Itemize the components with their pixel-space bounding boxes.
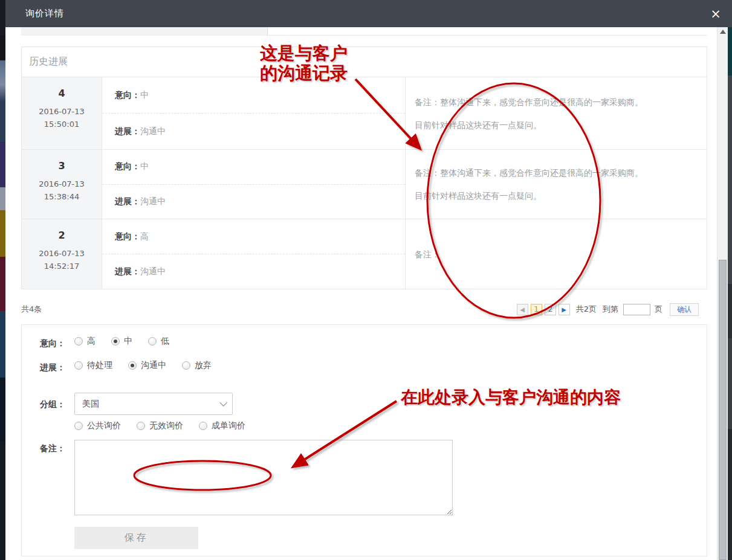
history-section: 历史进展 4 2016-07-13 15:50:01 意向： 中 进展： 沟通中… (21, 47, 707, 289)
radio-icon (128, 361, 137, 370)
radio-icon (74, 422, 83, 430)
category-radio-group: 公共询价 无效询价 成单询价 (74, 420, 261, 431)
pager-controls: ◀ 1 2 ▶ 共2页 到第 页 确认 (514, 303, 699, 316)
radio-label: 沟通中 (141, 360, 166, 371)
progress-radio-group: 待处理 沟通中 放弃 (74, 360, 227, 371)
remark-textarea[interactable] (74, 440, 453, 515)
background-right-strip (728, 0, 732, 560)
pagination-bar: 共4条 ◀ 1 2 ▶ 共2页 到第 页 确认 (21, 303, 707, 316)
history-row-index-cell: 3 2016-07-13 15:38:44 (22, 150, 102, 219)
remark-field-label: 备注： (40, 443, 76, 454)
scrollbar-thumb[interactable] (719, 260, 727, 560)
history-row: 3 2016-07-13 15:38:44 意向： 中 进展： 沟通中 备注：整… (22, 150, 707, 219)
group-select[interactable]: 美国 (74, 393, 233, 415)
history-row: 2 2016-07-13 14:52:17 意向： 高 进展： 沟通中 备注： (22, 219, 707, 289)
history-row-status-cell: 意向： 中 进展： 沟通中 (102, 77, 406, 149)
update-progress-form: 意向： 高 中 低 进展： 待处理 沟通中 (21, 324, 707, 556)
history-row-time: 14:52:17 (22, 262, 102, 271)
goto-page-input[interactable] (623, 304, 650, 315)
progress-field-label: 进展： (40, 362, 76, 373)
radio-icon (74, 337, 83, 346)
radio-progress-pending[interactable]: 待处理 (74, 360, 112, 371)
radio-label: 无效询价 (149, 420, 183, 431)
close-icon[interactable]: × (708, 6, 724, 22)
history-row-status-cell: 意向： 中 进展： 沟通中 (102, 150, 406, 219)
progress-label: 进展： (115, 126, 140, 137)
radio-intent-high[interactable]: 高 (74, 336, 96, 347)
intent-label: 意向： (115, 231, 140, 242)
page-button-2[interactable]: 2 (545, 304, 556, 315)
history-row-date: 2016-07-13 (22, 249, 102, 258)
remark-line: 备注： (415, 243, 707, 266)
history-row: 4 2016-07-13 15:50:01 意向： 中 进展： 沟通中 备注：整… (22, 77, 707, 150)
background-left-strip (0, 0, 5, 560)
history-row-status-cell: 意向： 高 进展： 沟通中 (102, 219, 406, 289)
scrolled-table-remnant-cell (21, 27, 268, 36)
group-select-value: 美国 (82, 399, 99, 410)
group-field-label: 分组： (40, 399, 76, 410)
intent-label: 意向： (115, 90, 140, 101)
radio-label: 高 (87, 336, 96, 347)
intent-value: 中 (140, 161, 149, 172)
goto-page-label: 到第 (603, 304, 618, 315)
history-row-remark-cell: 备注： (406, 219, 707, 289)
progress-label: 进展： (115, 196, 140, 207)
modal-titlebar: 询价详情 (5, 0, 728, 27)
remark-line: 备注：整体沟通下来，感觉合作意向还是很高的一家采购商。 (415, 91, 707, 114)
history-section-header: 历史进展 (22, 47, 707, 77)
radio-label: 中 (124, 336, 132, 347)
next-page-icon[interactable]: ▶ (559, 304, 570, 315)
radio-category-invalid[interactable]: 无效询价 (137, 420, 183, 431)
radio-intent-mid[interactable]: 中 (111, 336, 132, 347)
intent-field-label: 意向： (40, 338, 76, 349)
radio-category-public[interactable]: 公共询价 (74, 420, 121, 431)
intent-label: 意向： (115, 161, 140, 172)
page-button-1[interactable]: 1 (531, 304, 542, 315)
page-suffix-label: 页 (655, 304, 662, 315)
scroll-up-icon[interactable] (720, 30, 726, 34)
radio-icon (137, 422, 145, 430)
radio-label: 公共询价 (87, 420, 121, 431)
radio-progress-communicating[interactable]: 沟通中 (128, 360, 166, 371)
history-row-index-cell: 4 2016-07-13 15:50:01 (22, 77, 102, 149)
radio-label: 放弃 (195, 360, 212, 371)
progress-value: 沟通中 (140, 196, 166, 207)
progress-value: 沟通中 (140, 266, 166, 277)
history-row-remark-cell: 备注：整体沟通下来，感觉合作意向还是很高的一家采购商。 目前针对样品这块还有一点… (406, 77, 707, 149)
remark-line: 目前针对样品这块还有一点疑问。 (415, 184, 707, 207)
radio-icon (74, 361, 83, 370)
radio-icon (148, 337, 157, 346)
history-row-index-cell: 2 2016-07-13 14:52:17 (22, 219, 102, 289)
confirm-page-button[interactable]: 确认 (670, 303, 699, 316)
history-row-seq: 2 (22, 230, 102, 241)
history-section-title: 历史进展 (29, 56, 68, 68)
history-row-seq: 4 (22, 88, 102, 99)
remark-line: 目前针对样品这块还有一点疑问。 (415, 114, 707, 137)
history-row-date: 2016-07-13 (22, 107, 102, 116)
total-pages-label: 共2页 (576, 304, 597, 315)
radio-label: 成单询价 (212, 420, 245, 431)
progress-label: 进展： (115, 266, 140, 277)
history-row-remark-cell: 备注：整体沟通下来，感觉合作意向还是很高的一家采购商。 目前针对样品这块还有一点… (406, 150, 707, 219)
radio-icon (199, 422, 207, 430)
radio-intent-low[interactable]: 低 (148, 336, 169, 347)
save-button[interactable]: 保存 (74, 527, 198, 549)
scrolled-table-remnant (21, 27, 707, 36)
radio-category-deal[interactable]: 成单询价 (199, 420, 245, 431)
radio-label: 低 (161, 336, 169, 347)
history-row-time: 15:50:01 (22, 120, 102, 129)
progress-value: 沟通中 (140, 126, 166, 137)
chevron-down-icon (219, 399, 227, 407)
radio-progress-abandon[interactable]: 放弃 (182, 360, 212, 371)
radio-icon (182, 361, 190, 370)
history-row-date: 2016-07-13 (22, 179, 102, 188)
modal-title: 询价详情 (25, 8, 64, 19)
intent-value: 中 (140, 90, 149, 101)
remark-line: 备注：整体沟通下来，感觉合作意向还是很高的一家采购商。 (415, 161, 707, 184)
scrollbar-track[interactable] (717, 27, 728, 560)
history-row-time: 15:38:44 (22, 192, 102, 201)
total-count-label: 共4条 (21, 304, 42, 315)
history-row-seq: 3 (22, 160, 102, 172)
prev-page-icon[interactable]: ◀ (517, 304, 528, 315)
intent-value: 高 (140, 231, 149, 242)
